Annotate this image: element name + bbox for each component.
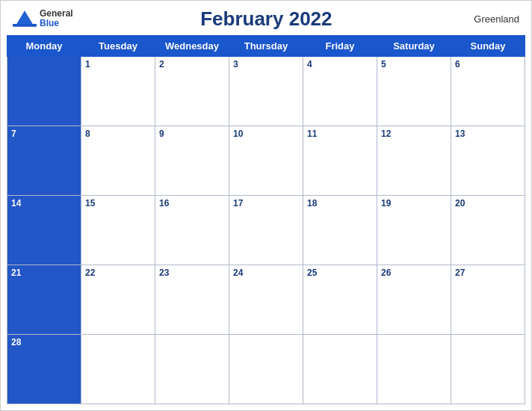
day-number: 14 [11, 198, 21, 208]
calendar-day-cell: 5 [377, 57, 451, 126]
logo-text: General Blue [40, 9, 73, 28]
day-number: 6 [455, 59, 460, 69]
day-number: 2 [159, 59, 164, 69]
calendar-week-row: 123456 [7, 57, 525, 126]
day-number: 7 [11, 129, 16, 139]
weekday-header-sunday: Sunday [451, 36, 525, 57]
weekday-header-saturday: Saturday [377, 36, 451, 57]
day-number: 13 [455, 129, 465, 139]
calendar-day-cell: 14 [7, 196, 81, 265]
calendar-day-cell: 18 [303, 196, 377, 265]
calendar-week-row: 28 [7, 335, 525, 404]
calendar-day-cell: 26 [377, 265, 451, 335]
day-number: 23 [159, 268, 169, 278]
weekday-header-wednesday: Wednesday [155, 36, 229, 57]
calendar-day-cell: 10 [229, 126, 303, 196]
day-number: 15 [85, 198, 95, 208]
calendar-day-cell: 8 [81, 126, 155, 196]
day-number: 17 [233, 198, 243, 208]
day-number: 19 [381, 198, 391, 208]
calendar-day-cell [229, 335, 303, 404]
day-number: 28 [11, 337, 21, 347]
day-number: 18 [307, 198, 317, 208]
calendar-header: General Blue February 2022 Greenland [1, 1, 531, 34]
day-number: 11 [307, 129, 317, 139]
calendar-day-cell: 7 [7, 126, 81, 196]
calendar-day-cell [155, 335, 229, 404]
day-number: 22 [85, 268, 95, 278]
calendar-day-cell: 3 [229, 57, 303, 126]
day-number: 4 [307, 59, 312, 69]
calendar-day-cell [81, 335, 155, 404]
calendar-day-cell: 28 [7, 335, 81, 404]
weekday-header-thursday: Thursday [229, 36, 303, 57]
day-number: 5 [381, 59, 386, 69]
calendar-day-cell: 9 [155, 126, 229, 196]
day-number: 25 [307, 268, 317, 278]
day-number: 16 [159, 198, 169, 208]
calendar-day-cell: 19 [377, 196, 451, 265]
day-number: 21 [11, 268, 21, 278]
calendar-week-row: 78910111213 [7, 126, 525, 196]
day-number: 3 [233, 59, 238, 69]
calendar-day-cell: 2 [155, 57, 229, 126]
day-number: 20 [455, 198, 465, 208]
calendar-day-cell [7, 57, 81, 126]
calendar-day-cell: 20 [451, 196, 525, 265]
day-number: 9 [159, 129, 164, 139]
weekday-header-monday: Monday [7, 36, 81, 57]
calendar-day-cell: 13 [451, 126, 525, 196]
calendar-day-cell: 1 [81, 57, 155, 126]
calendar-day-cell: 21 [7, 265, 81, 335]
calendar-day-cell: 16 [155, 196, 229, 265]
calendar-day-cell: 15 [81, 196, 155, 265]
calendar-week-row: 21222324252627 [7, 265, 525, 335]
calendar-day-cell: 17 [229, 196, 303, 265]
calendar-day-cell: 22 [81, 265, 155, 335]
calendar-day-cell: 4 [303, 57, 377, 126]
day-number: 8 [85, 129, 90, 139]
day-number: 10 [233, 129, 243, 139]
calendar-day-cell: 12 [377, 126, 451, 196]
calendar-tbody: 1234567891011121314151617181920212223242… [7, 57, 525, 404]
weekday-header-friday: Friday [303, 36, 377, 57]
calendar-page: General Blue February 2022 Greenland Mon… [0, 0, 532, 411]
calendar-thead: MondayTuesdayWednesdayThursdayFridaySatu… [7, 36, 525, 57]
day-number: 26 [381, 268, 391, 278]
calendar-table: MondayTuesdayWednesdayThursdayFridaySatu… [7, 35, 525, 404]
weekday-header-row: MondayTuesdayWednesdayThursdayFridaySatu… [7, 36, 525, 57]
day-number: 12 [381, 129, 391, 139]
logo-icon [13, 7, 37, 31]
calendar-week-row: 14151617181920 [7, 196, 525, 265]
region-label: Greenland [460, 13, 519, 25]
calendar-day-cell: 27 [451, 265, 525, 335]
logo: General Blue [13, 7, 73, 31]
calendar-day-cell: 23 [155, 265, 229, 335]
weekday-header-tuesday: Tuesday [81, 36, 155, 57]
calendar-day-cell: 6 [451, 57, 525, 126]
logo-blue-text: Blue [40, 19, 73, 28]
calendar-day-cell [377, 335, 451, 404]
calendar-body: MondayTuesdayWednesdayThursdayFridaySatu… [1, 34, 531, 410]
calendar-title: February 2022 [73, 7, 460, 31]
day-number: 1 [85, 59, 90, 69]
calendar-day-cell: 24 [229, 265, 303, 335]
svg-rect-3 [13, 24, 37, 27]
calendar-day-cell [303, 335, 377, 404]
calendar-day-cell: 25 [303, 265, 377, 335]
day-number: 24 [233, 268, 243, 278]
day-number: 27 [455, 268, 465, 278]
calendar-day-cell: 11 [303, 126, 377, 196]
calendar-day-cell [451, 335, 525, 404]
